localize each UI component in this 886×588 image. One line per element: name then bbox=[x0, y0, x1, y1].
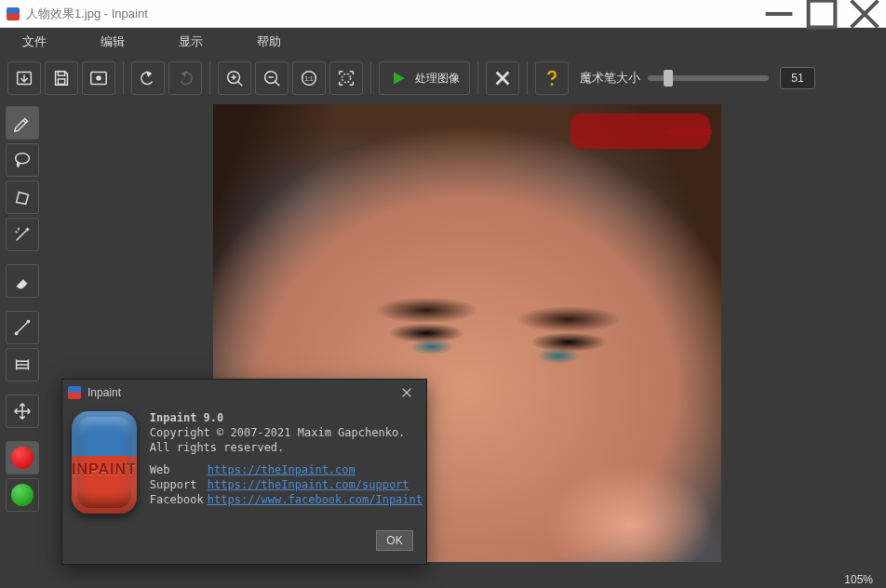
maximize-button[interactable] bbox=[800, 0, 843, 27]
tool-sidebar bbox=[0, 100, 48, 570]
svg-point-22 bbox=[16, 154, 30, 164]
red-mask-toggle[interactable] bbox=[6, 441, 39, 474]
minimize-button[interactable] bbox=[758, 0, 800, 27]
menu-help[interactable]: 帮助 bbox=[244, 28, 294, 56]
undo-button[interactable] bbox=[131, 61, 165, 95]
process-label: 处理图像 bbox=[415, 71, 460, 87]
svg-line-14 bbox=[275, 82, 280, 87]
brush-size-input[interactable] bbox=[780, 67, 815, 89]
about-facebook-label: Facebook bbox=[150, 493, 208, 506]
svg-rect-6 bbox=[58, 79, 64, 85]
about-text: Inpaint 9.0 Copyright © 2007-2021 Maxim … bbox=[150, 411, 423, 523]
about-support-label: Support bbox=[150, 478, 208, 491]
window-controls bbox=[758, 0, 886, 27]
about-support-link[interactable]: https://theInpaint.com/support bbox=[208, 478, 409, 491]
move-tool[interactable] bbox=[6, 394, 39, 428]
about-logo-text: INPAINT bbox=[72, 461, 137, 478]
menu-edit[interactable]: 编辑 bbox=[87, 28, 138, 56]
eraser-tool[interactable] bbox=[6, 264, 39, 298]
about-app-icon bbox=[68, 386, 81, 399]
about-web-label: Web bbox=[150, 463, 208, 476]
help-button[interactable] bbox=[535, 61, 569, 95]
status-bar: 105% bbox=[0, 570, 886, 588]
redo-button[interactable] bbox=[168, 61, 202, 95]
save-button[interactable] bbox=[45, 61, 78, 95]
red-mask-mark bbox=[571, 114, 710, 149]
process-button[interactable]: 处理图像 bbox=[379, 61, 470, 95]
window-title: 人物效果1.jpg - Inpaint bbox=[26, 6, 758, 22]
zoom-level: 105% bbox=[844, 573, 873, 586]
app-icon bbox=[7, 7, 20, 20]
about-footer: OK bbox=[62, 530, 426, 558]
svg-rect-1 bbox=[809, 0, 836, 27]
about-close-button[interactable] bbox=[393, 382, 421, 403]
marker-tool[interactable] bbox=[6, 106, 39, 140]
svg-line-25 bbox=[18, 323, 28, 333]
svg-point-8 bbox=[96, 75, 101, 81]
toolbar: 1:1 处理图像 魔术笔大小 bbox=[0, 56, 886, 100]
magic-wand-tool[interactable] bbox=[6, 218, 39, 251]
svg-text:1:1: 1:1 bbox=[305, 75, 314, 82]
menu-view[interactable]: 显示 bbox=[166, 28, 216, 56]
menu-bar: 文件 编辑 显示 帮助 bbox=[0, 28, 886, 56]
zoom-fit-button[interactable] bbox=[329, 61, 363, 95]
play-icon bbox=[389, 69, 408, 87]
title-bar: 人物效果1.jpg - Inpaint bbox=[0, 0, 886, 28]
svg-point-21 bbox=[551, 83, 554, 86]
svg-rect-5 bbox=[58, 72, 64, 76]
brush-size-label: 魔术笔大小 bbox=[580, 70, 640, 87]
svg-point-18 bbox=[342, 74, 350, 82]
about-logo: INPAINT bbox=[72, 411, 137, 514]
about-body: INPAINT Inpaint 9.0 Copyright © 2007-202… bbox=[62, 406, 426, 530]
brush-size-slider[interactable] bbox=[648, 75, 769, 81]
about-facebook-link[interactable]: https://www.facebook.com/Inpaint bbox=[208, 493, 423, 506]
about-titlebar[interactable]: Inpaint bbox=[62, 380, 426, 406]
close-button[interactable] bbox=[843, 0, 886, 27]
about-rights: All rights reserved. bbox=[150, 441, 423, 454]
about-copyright: Copyright © 2007-2021 Maxim Gapchenko. bbox=[150, 426, 423, 439]
about-web-link[interactable]: https://theInpaint.com bbox=[208, 463, 356, 476]
about-ok-button[interactable]: OK bbox=[376, 530, 413, 551]
menu-file[interactable]: 文件 bbox=[9, 28, 60, 56]
about-dialog: Inpaint INPAINT Inpaint 9.0 Copyright © … bbox=[61, 379, 427, 565]
clear-selection-button[interactable] bbox=[486, 61, 519, 95]
lasso-tool[interactable] bbox=[6, 143, 39, 177]
zoom-actual-button[interactable]: 1:1 bbox=[292, 61, 326, 95]
donor-area-tool[interactable] bbox=[6, 348, 39, 381]
zoom-in-button[interactable] bbox=[218, 61, 251, 95]
svg-line-10 bbox=[238, 82, 243, 87]
slider-thumb[interactable] bbox=[664, 70, 673, 87]
open-button[interactable] bbox=[7, 61, 41, 95]
zoom-out-button[interactable] bbox=[255, 61, 289, 95]
green-mask-toggle[interactable] bbox=[6, 478, 39, 512]
about-title: Inpaint bbox=[87, 386, 393, 399]
line-tool[interactable] bbox=[6, 311, 39, 344]
about-heading: Inpaint 9.0 bbox=[150, 411, 423, 424]
polygon-tool[interactable] bbox=[6, 180, 39, 214]
preview-button[interactable] bbox=[82, 61, 115, 95]
